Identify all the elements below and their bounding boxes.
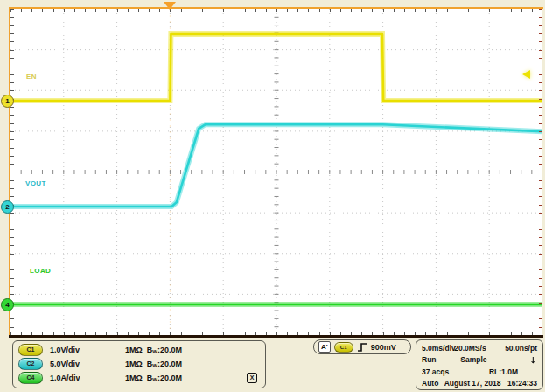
record-length: RL:1.0M — [489, 368, 518, 376]
trigger-source-badge: C1 — [334, 342, 353, 353]
oscilloscope-display: { "colors": { "background": "#f1edd8", "… — [0, 0, 545, 392]
trace-vout — [10, 124, 542, 206]
time-value: 16:24:33 — [507, 379, 537, 388]
channel-settings-box: C1 1.0V/div 1MΩ BW:20.0M C2 5.0V/div 1MΩ… — [12, 340, 266, 388]
trace-label-vout: VOUT — [25, 179, 46, 187]
resolution-value: 50.0ns/pt — [505, 344, 537, 353]
datetime-row: Auto August 17, 2018 16:24:33 — [422, 378, 537, 390]
trigger-level-value: 900mV — [371, 343, 396, 352]
channel-2-settings-row[interactable]: C2 5.0V/div 1MΩ BW:20.0M — [13, 357, 265, 371]
acquisition-readout-box: 5.0ms/div 20.0MS/s 50.0ns/pt Run Sample … — [416, 340, 543, 390]
minor-ticks-top — [10, 9, 542, 12]
trace-label-en: EN — [26, 73, 37, 80]
channel-1-badge[interactable]: C1 — [18, 344, 43, 356]
trigger-mode: Auto — [422, 379, 438, 388]
trace-vout-halo — [10, 124, 542, 206]
minor-ticks-left — [10, 9, 14, 335]
graticule-border-bottom — [9, 335, 543, 338]
trigger-readout-box[interactable]: A' C1 900mV — [313, 340, 411, 354]
channel-1-scale: 1.0V/div — [50, 346, 101, 354]
boxed-x-icon[interactable]: X — [247, 373, 257, 383]
trigger-level-marker[interactable] — [522, 70, 530, 79]
waveform-plot — [10, 9, 542, 335]
minor-ticks-bottom — [10, 332, 542, 335]
run-state: Run — [422, 355, 437, 364]
sample-rate-value: 20.0MS/s — [454, 344, 486, 353]
rising-edge-icon — [357, 342, 367, 353]
timebase-value: 5.0ms/div — [422, 344, 456, 353]
channel-1-settings-row[interactable]: C1 1.0V/div 1MΩ BW:20.0M — [13, 343, 265, 357]
channel-2-coupling: 1MΩ BW:20.0M — [125, 360, 182, 368]
channel-4-settings-row[interactable]: C4 1.0A/div 1MΩ BW:20.0M X — [13, 371, 265, 385]
acquisition-mode: Sample — [460, 355, 486, 364]
channel-2-scale: 5.0V/div — [50, 360, 101, 368]
channel-4-badge[interactable]: C4 — [18, 372, 43, 384]
channel-2-badge[interactable]: C2 — [18, 358, 43, 370]
channel-4-zero-marker[interactable]: 4 — [1, 298, 14, 312]
trigger-position-marker[interactable] — [164, 2, 176, 10]
channel-2-zero-marker[interactable]: 2 — [1, 200, 14, 214]
trigger-a-label: A' — [318, 341, 331, 353]
minor-ticks-right — [539, 9, 542, 335]
timebase-row: 5.0ms/div 20.0MS/s 50.0ns/pt — [422, 342, 537, 354]
trace-label-load: LOAD — [30, 267, 51, 275]
channel-1-coupling: 1MΩ BW:20.0M — [125, 346, 182, 354]
down-arrow-icon: ↓ — [529, 354, 536, 366]
date-value: August 17, 2018 — [444, 379, 501, 388]
channel-4-scale: 1.0A/div — [50, 374, 101, 382]
channel-4-coupling: 1MΩ BW:20.0M — [125, 374, 182, 382]
waveform-screen — [10, 9, 542, 335]
run-state-row: Run Sample ↓ — [422, 354, 537, 367]
channel-1-zero-marker[interactable]: 1 — [1, 94, 14, 108]
acquisitions-row: 37 acqs RL:1.0M — [422, 366, 537, 378]
acqs-count: 37 acqs — [422, 368, 449, 376]
